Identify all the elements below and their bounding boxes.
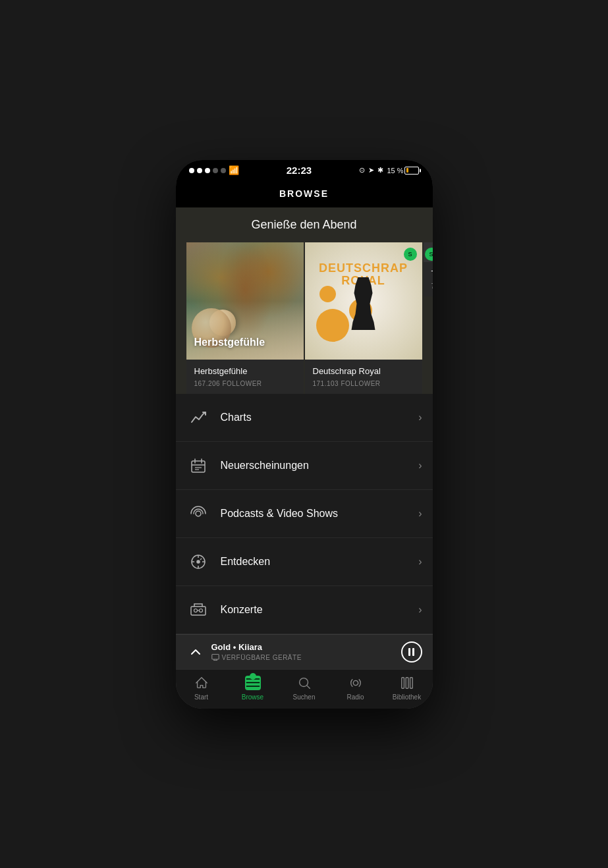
third-spotify-badge: S (425, 248, 433, 261)
svg-point-27 (353, 680, 358, 685)
svg-rect-22 (246, 681, 260, 683)
pause-bar-2 (412, 648, 414, 656)
chevron-up-icon (190, 647, 201, 657)
new-releases-svg (190, 457, 207, 474)
signal-dot-3 (205, 168, 210, 173)
menu-item-entdecken[interactable]: Entdecken › (176, 538, 433, 586)
neuerscheinungen-label: Neuerscheinungen (221, 460, 419, 472)
battery-container: 15 % (387, 167, 419, 175)
page-header: BROWSE (176, 181, 433, 207)
pause-icon (408, 648, 414, 656)
playlist-item-deutschrap[interactable]: S DEUTSCHRAP ROYAL Deu (305, 242, 422, 394)
status-time: 22:23 (287, 165, 312, 176)
phone-frame: 📶 22:23 ⊙ ➤ ✱ 15 % BROWSE Genieße den Ab… (176, 160, 433, 709)
svg-rect-18 (211, 655, 219, 660)
svg-line-13 (200, 558, 202, 560)
battery-icon (404, 167, 419, 175)
battery-percent: 15 % (387, 167, 403, 175)
herbst-cover-title: Herbstgefühle (194, 336, 265, 348)
charts-label: Charts (221, 412, 419, 423)
radio-icon (348, 675, 364, 691)
charts-icon (186, 406, 210, 429)
signal-dot-2 (197, 168, 202, 173)
cover-herbst: Herbstgefühle (186, 242, 304, 360)
svg-rect-29 (406, 677, 408, 688)
third-info: To... 775... (424, 262, 433, 296)
nav-item-start[interactable]: Start (176, 675, 227, 701)
menu-item-neuerscheinungen[interactable]: Neuerscheinungen › (176, 442, 433, 490)
cover-deutschrap: S DEUTSCHRAP ROYAL (305, 242, 422, 360)
now-playing-device: VERFÜGBARE GERÄTE (211, 653, 401, 661)
cover-third: S (424, 242, 433, 262)
podcasts-chevron: › (418, 508, 422, 520)
signal-dot-4 (213, 168, 218, 173)
entdecken-chevron: › (418, 556, 422, 568)
spotify-badge: S (404, 248, 417, 261)
screen-icon (211, 653, 219, 661)
now-playing-expand-button[interactable] (186, 643, 205, 661)
nav-item-bibliothek[interactable]: Bibliothek (381, 675, 433, 701)
svg-point-16 (199, 609, 202, 612)
svg-line-26 (307, 686, 310, 688)
menu-item-charts[interactable]: Charts › (176, 394, 433, 442)
herbst-followers: 167.206 FOLLOWER (194, 380, 296, 387)
menu-item-podcasts[interactable]: Podcasts & Video Shows › (176, 490, 433, 538)
podcasts-svg (190, 505, 207, 522)
wifi-icon: 📶 (229, 165, 239, 175)
charts-svg (190, 409, 207, 426)
svg-point-25 (299, 678, 308, 686)
concerts-icon (186, 598, 210, 622)
radio-label: Radio (346, 693, 364, 701)
hero-section: Genieße den Abend Herbstgefühle Herbstge… (176, 207, 433, 394)
entdecken-label: Entdecken (221, 556, 419, 568)
discover-svg (190, 553, 207, 570)
battery-fill (406, 168, 408, 173)
page-title: BROWSE (279, 188, 329, 199)
pause-button[interactable] (401, 641, 422, 663)
suchen-label: Suchen (293, 693, 316, 701)
herbst-info: Herbstgefühle 167.206 FOLLOWER (186, 360, 304, 394)
svg-rect-30 (410, 677, 412, 688)
pause-bar-1 (408, 648, 410, 656)
discover-icon (186, 550, 210, 574)
playlist-item-third[interactable]: S To... 775... (424, 242, 433, 394)
neuerscheinungen-chevron: › (418, 460, 422, 472)
menu-item-konzerte[interactable]: Konzerte › (176, 586, 433, 634)
nav-item-browse[interactable]: Browse (227, 675, 279, 701)
svg-point-8 (197, 560, 200, 563)
svg-rect-0 (192, 461, 205, 472)
location-icon: ➤ (368, 166, 374, 175)
nav-item-radio[interactable]: Radio (330, 675, 381, 701)
start-label: Start (194, 693, 208, 701)
herbst-name: Herbstgefühle (194, 366, 296, 376)
now-playing-info: Gold • Kiiara VERFÜGBARE GERÄTE (211, 642, 401, 661)
deutschrap-info: Deutschrap Royal 171.103 FOLLOWER (305, 360, 422, 394)
nav-item-suchen[interactable]: Suchen (279, 675, 330, 701)
lock-icon: ⊙ (359, 166, 365, 175)
status-right: ⊙ ➤ ✱ 15 % (359, 166, 419, 175)
menu-list: Charts › Neuerscheinungen › (176, 394, 433, 634)
podcasts-icon (186, 502, 210, 526)
deutschrap-followers: 171.103 FOLLOWER (313, 380, 414, 387)
hero-title: Genieße den Abend (176, 218, 433, 232)
concerts-svg (190, 601, 207, 618)
svg-point-6 (196, 511, 201, 516)
library-icon (399, 675, 415, 691)
new-releases-icon (186, 454, 210, 477)
charts-chevron: › (418, 412, 422, 423)
bibliothek-label: Bibliothek (393, 693, 421, 701)
signal-dot-5 (221, 168, 226, 173)
now-playing-title: Gold • Kiiara (211, 642, 401, 652)
playlist-item-herbst[interactable]: Herbstgefühle Herbstgefühle 167.206 FOLL… (186, 242, 304, 394)
browse-icon-bg (245, 676, 261, 690)
svg-rect-28 (401, 677, 404, 688)
dr-circle1 (316, 309, 349, 342)
third-followers: 775... (431, 283, 433, 290)
status-bar: 📶 22:23 ⊙ ➤ ✱ 15 % (176, 160, 433, 181)
home-icon (194, 675, 209, 691)
konzerte-label: Konzerte (221, 604, 419, 616)
now-playing-bar[interactable]: Gold • Kiiara VERFÜGBARE GERÄTE (176, 634, 433, 669)
podcasts-label: Podcasts & Video Shows (221, 508, 419, 520)
status-left: 📶 (189, 165, 239, 175)
browse-label: Browse (242, 693, 263, 701)
